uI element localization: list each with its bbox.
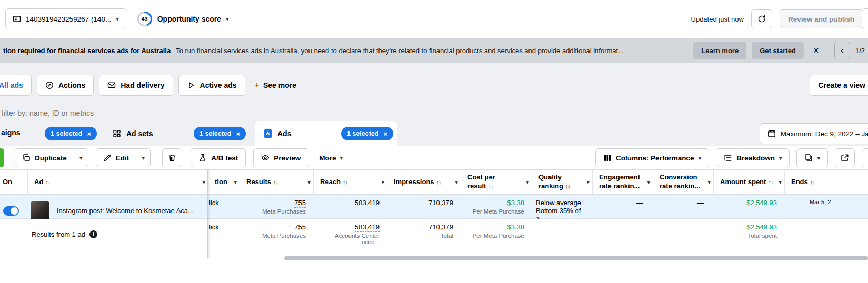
date-range-selector[interactable]: Maximum: Dec 9, 2022 – Jan 9, 20 — [760, 123, 868, 144]
ads-manager-screen: 1403919423259267 (140... ▾ 43 Opportunit… — [0, 0, 868, 283]
edit-button[interactable]: Edit ▾ — [96, 148, 151, 167]
column-options-icon[interactable]: ▾ — [381, 178, 384, 186]
ads-selected-badge[interactable]: 1 selected × — [341, 127, 393, 140]
date-range-label: Maximum: Dec 9, 2022 – Jan 9, 20 — [781, 130, 868, 138]
layers-icon — [804, 154, 813, 162]
column-header-reach[interactable]: Reach↑↓ ▾ — [313, 170, 387, 194]
column-options-icon[interactable]: ▾ — [647, 178, 650, 186]
tab-ads-active[interactable]: Ads 1 selected × — [255, 121, 397, 146]
column-header-cost-per-result[interactable]: Cost per result↑↓ ▾ — [461, 170, 532, 194]
column-header-ends[interactable]: Ends↑↓ — [784, 170, 868, 194]
empty-cell — [653, 219, 713, 245]
grid-icon — [113, 129, 121, 138]
chevron-left-button[interactable]: ‹ — [834, 42, 850, 59]
sort-icon: ↑↓ — [45, 179, 50, 185]
duplicate-button[interactable]: Duplicate ▾ — [15, 148, 88, 167]
filter-active-ads[interactable]: Active ads — [178, 75, 245, 96]
column-options-icon[interactable]: ▾ — [202, 178, 205, 186]
learn-more-button[interactable]: Learn more — [693, 42, 746, 59]
export-button[interactable] — [835, 148, 855, 167]
refresh-button[interactable] — [751, 9, 772, 28]
ad-status-toggle[interactable] — [3, 206, 19, 216]
ad-thumbnail — [31, 201, 49, 220]
plus-icon: + — [255, 80, 260, 90]
reports-button[interactable]: ▾ — [796, 148, 828, 167]
empty-cell — [592, 219, 653, 245]
caret-down-icon: ▾ — [226, 16, 229, 23]
column-header-ad[interactable]: Ad↑↓ ▾ — [27, 170, 208, 194]
breakdown-icon — [724, 154, 732, 162]
ab-test-label: A/B test — [211, 154, 238, 162]
filter-had-delivery[interactable]: Had delivery — [99, 75, 173, 96]
review-and-publish-button[interactable]: Review and publish — [780, 9, 863, 28]
export-caret-button[interactable]: ▾ — [862, 148, 868, 167]
account-selector[interactable]: 1403919423259267 (140... ▾ — [5, 8, 126, 29]
results-cell: 755 Meta Purchases — [240, 219, 313, 245]
columns-button[interactable]: Columns: Performance ▾ — [595, 148, 709, 167]
duplicate-icon — [22, 154, 31, 162]
top-bar: 1403919423259267 (140... ▾ 43 Opportunit… — [0, 0, 868, 38]
see-more-filters[interactable]: + See more — [255, 80, 296, 90]
toolbar-right: Columns: Performance ▾ Breakdown ▾ ▾ — [595, 148, 868, 167]
banner-title: tion required for financial services ads… — [3, 47, 171, 55]
updated-status: Updated just now — [691, 15, 744, 23]
column-header-impressions[interactable]: Impressions↑↓ ▾ — [387, 170, 461, 194]
filter-all-ads[interactable]: All ads — [0, 75, 32, 96]
column-header-attribution[interactable]: tion ▾ — [208, 170, 240, 194]
column-header-results[interactable]: Results↑↓ ▾ — [240, 170, 313, 194]
close-icon[interactable]: × — [809, 45, 823, 56]
more-options-button[interactable]: ⋮ — [862, 8, 868, 29]
close-icon[interactable]: × — [87, 130, 91, 138]
caret-down-icon[interactable]: ▾ — [136, 149, 150, 167]
filter-actions[interactable]: Actions — [37, 75, 94, 96]
ads-icon — [264, 129, 272, 138]
column-options-icon[interactable]: ▾ — [526, 178, 529, 186]
see-more-label: See more — [263, 81, 296, 89]
sort-icon: ↑↓ — [343, 179, 347, 185]
tab-ad-sets[interactable]: Ad sets — [113, 121, 153, 146]
preview-button[interactable]: Preview — [253, 148, 308, 167]
info-icon[interactable]: i — [89, 230, 97, 238]
search-input[interactable] — [0, 109, 221, 117]
sort-icon: ↑↓ — [488, 183, 493, 189]
column-options-icon[interactable]: ▾ — [307, 178, 311, 186]
column-header-conversion-ranking[interactable]: Conversion rate rankin... ▾ — [653, 170, 713, 194]
more-menu-button[interactable]: More ▾ — [319, 154, 343, 162]
delete-button[interactable] — [162, 148, 182, 167]
empty-cell — [0, 219, 27, 245]
column-header-engagement-ranking[interactable]: Engagement rate rankin... ▾ — [592, 170, 653, 194]
opportunity-score[interactable]: 43 Opportunity score ▾ — [137, 11, 229, 27]
column-header-quality-ranking[interactable]: Quality ranking↑↓ ▾ — [532, 170, 592, 194]
breakdown-label: Breakdown — [736, 154, 775, 162]
column-options-icon[interactable]: ▾ — [234, 178, 237, 186]
create-a-view-button[interactable]: Create a view — [810, 75, 868, 96]
get-started-button[interactable]: Get started — [752, 42, 804, 59]
columns-icon — [603, 154, 612, 162]
close-icon[interactable]: × — [236, 130, 240, 138]
tab-campaigns[interactable]: aigns — [1, 128, 21, 137]
column-options-icon[interactable]: ▾ — [586, 178, 590, 186]
column-options-icon[interactable]: ▾ — [779, 178, 782, 186]
campaigns-badge-label: 1 selected — [51, 130, 82, 137]
duplicate-label: Duplicate — [35, 154, 67, 162]
ad-sets-selected-badge[interactable]: 1 selected × — [194, 127, 246, 140]
caret-down-icon: ▾ — [116, 16, 119, 23]
ab-test-button[interactable]: A/B test — [191, 148, 246, 167]
action-toolbar: Duplicate ▾ Edit ▾ A/B test — [0, 146, 868, 169]
ad-sets-label: Ad sets — [126, 129, 153, 138]
ad-table-row[interactable]: Instagram post: Welcome to Kosmetae Aca.… — [0, 195, 868, 219]
campaigns-selected-badge[interactable]: 1 selected × — [45, 127, 97, 140]
level-tabs: aigns 1 selected × Ad sets 1 selected × … — [0, 121, 868, 146]
empty-cell — [784, 219, 868, 245]
caret-down-icon[interactable]: ▾ — [74, 149, 88, 167]
column-options-icon[interactable]: ▾ — [455, 178, 458, 186]
create-button[interactable] — [0, 148, 4, 167]
column-header-amount-spent[interactable]: Amount spent↑↓ ▾ — [713, 170, 784, 194]
breakdown-button[interactable]: Breakdown ▾ — [716, 148, 790, 167]
ad-name[interactable]: Instagram post: Welcome to Kosmetae Aca.… — [57, 207, 194, 215]
close-icon[interactable]: × — [383, 130, 387, 138]
sort-icon: ↑↓ — [565, 183, 570, 189]
horizontal-scrollbar[interactable] — [284, 256, 868, 260]
opportunity-score-label: Opportunity score — [157, 15, 221, 23]
column-options-icon[interactable]: ▾ — [707, 178, 711, 186]
